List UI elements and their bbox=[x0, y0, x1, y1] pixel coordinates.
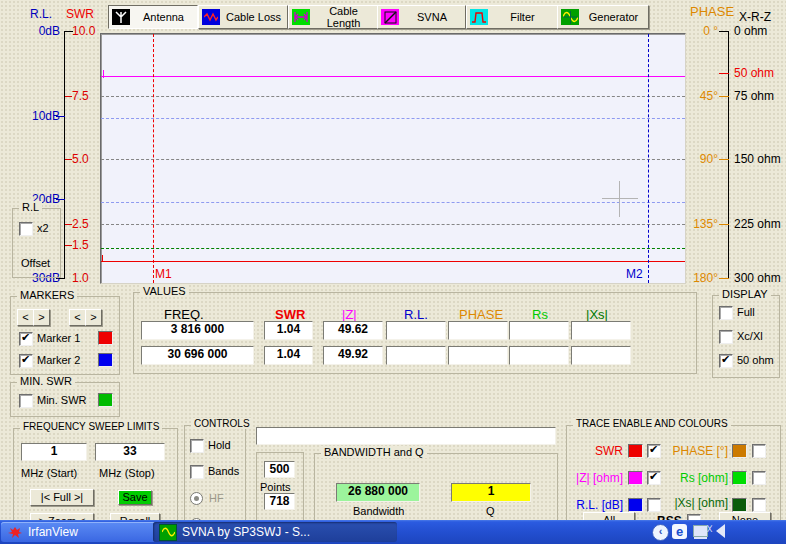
trace-swr-checkbox[interactable] bbox=[647, 444, 661, 458]
bandwidth-value[interactable]: 26 880 000 bbox=[336, 483, 420, 502]
m2-freq-value[interactable]: 30 696 000 bbox=[141, 346, 254, 365]
chart-plot-area[interactable]: M1 M2 bbox=[100, 33, 686, 284]
bands-checkbox[interactable] bbox=[190, 465, 204, 479]
message-input[interactable] bbox=[256, 427, 556, 445]
phase-tick-135: 135° bbox=[690, 217, 718, 231]
gridline-rl-20db bbox=[101, 202, 685, 203]
q-value[interactable]: 1 bbox=[451, 483, 531, 502]
xrz-axis-title: X-R-Z bbox=[739, 10, 771, 24]
controls-panel-title: CONTROLS bbox=[191, 418, 253, 429]
marker1-color-swatch[interactable] bbox=[98, 331, 113, 345]
col-header-freq: FREQ. bbox=[164, 307, 204, 322]
tray-collapse-chevron-icon[interactable]: ‹ bbox=[652, 524, 669, 541]
display-full-checkbox[interactable] bbox=[719, 306, 733, 320]
stop-freq-input[interactable]: 33 bbox=[95, 443, 165, 461]
right-axis-tick bbox=[719, 31, 729, 32]
min-swr-panel-title: MIN. SWR bbox=[17, 375, 75, 387]
marker2-checkbox[interactable] bbox=[19, 354, 33, 368]
hf-radio[interactable] bbox=[190, 492, 203, 505]
marker2-checkbox-label: Marker 2 bbox=[37, 354, 80, 366]
swr-tick-mark bbox=[65, 245, 72, 246]
taskbar-irfanview-button[interactable]: IrfanView bbox=[1, 522, 161, 542]
trace-rs-label: Rs [ohm] bbox=[670, 471, 728, 485]
trace-z-checkbox[interactable] bbox=[647, 471, 661, 485]
z-trace-start-blip bbox=[103, 70, 104, 78]
m2-swr-value[interactable]: 1.04 bbox=[264, 346, 313, 365]
save-button[interactable]: Save bbox=[118, 490, 152, 505]
trace-swr-label: SWR bbox=[577, 444, 623, 458]
gridline-swr-7-5 bbox=[101, 96, 685, 97]
trace-xs-swatch[interactable] bbox=[732, 498, 747, 512]
trace-phase-checkbox[interactable] bbox=[752, 444, 766, 458]
marker2-next-button[interactable]: > bbox=[85, 309, 102, 326]
m1-phase-value[interactable] bbox=[448, 321, 508, 340]
tray-signal-waves-icon[interactable]: ᳵ bbox=[707, 522, 712, 535]
generator-button-label: Generator bbox=[579, 11, 648, 23]
trace-xs-label: |Xs| [ohm] bbox=[665, 496, 728, 510]
swr-axis-title: SWR bbox=[66, 7, 94, 21]
m2-z-value[interactable]: 49.92 bbox=[323, 346, 383, 365]
display-xcxl-checkbox[interactable] bbox=[719, 330, 733, 344]
marker1-checkbox-label: Marker 1 bbox=[37, 332, 80, 344]
m1-z-value[interactable]: 49.62 bbox=[323, 321, 383, 340]
m1-rs-value[interactable] bbox=[509, 321, 569, 340]
crosshair-cursor bbox=[619, 181, 620, 217]
trace-rs-swatch[interactable] bbox=[732, 471, 747, 485]
m1-freq-value[interactable]: 3 816 000 bbox=[141, 321, 254, 340]
display-50ohm-checkbox[interactable] bbox=[719, 354, 733, 368]
offset-label[interactable]: Offset bbox=[21, 257, 50, 269]
cable-length-button[interactable]: Cable Length bbox=[288, 5, 378, 29]
min-swr-color-swatch[interactable] bbox=[98, 393, 113, 407]
m1-rl-value[interactable] bbox=[386, 321, 446, 340]
bands-label: Bands bbox=[208, 465, 239, 477]
marker2-prev-button[interactable]: < bbox=[69, 309, 86, 326]
m2-rs-value[interactable] bbox=[509, 346, 569, 365]
gridline-rl-10db bbox=[101, 118, 685, 119]
filter-button-label: Filter bbox=[488, 11, 557, 23]
marker1-prev-button[interactable]: < bbox=[17, 309, 34, 326]
full-range-button[interactable]: |< Full >| bbox=[30, 489, 94, 506]
hold-checkbox[interactable] bbox=[190, 439, 204, 453]
trace-rl-checkbox[interactable] bbox=[647, 498, 661, 512]
points-top-input[interactable]: 500 bbox=[264, 461, 295, 478]
marker2-line[interactable] bbox=[648, 34, 649, 283]
antenna-button[interactable]: Antenna bbox=[108, 5, 198, 29]
antenna-icon bbox=[112, 9, 130, 25]
marker1-line[interactable] bbox=[153, 34, 154, 283]
cable-length-icon bbox=[292, 9, 310, 25]
marker2-color-swatch[interactable] bbox=[98, 353, 113, 367]
phase-tick-0: 0 ° bbox=[690, 24, 718, 38]
points-bottom-input[interactable]: 718 bbox=[264, 493, 295, 510]
display-full-label: Full bbox=[737, 306, 755, 318]
trace-rs-checkbox[interactable] bbox=[752, 471, 766, 485]
start-freq-input[interactable]: 1 bbox=[21, 443, 87, 461]
filter-button[interactable]: Filter bbox=[466, 5, 558, 29]
trace-rl-swatch[interactable] bbox=[628, 498, 643, 512]
m2-phase-value[interactable] bbox=[448, 346, 508, 365]
cable-loss-button[interactable]: Cable Loss bbox=[198, 5, 288, 29]
min-swr-checkbox[interactable] bbox=[19, 394, 33, 408]
tray-e-icon[interactable]: e bbox=[672, 524, 687, 539]
x2-checkbox[interactable] bbox=[19, 222, 33, 236]
trace-xs-checkbox[interactable] bbox=[752, 498, 766, 512]
tray-display-icon[interactable] bbox=[693, 525, 708, 537]
m2-xs-value[interactable] bbox=[571, 346, 631, 365]
cable-loss-icon bbox=[202, 9, 220, 25]
m2-rl-value[interactable] bbox=[386, 346, 446, 365]
tray-volume-icon[interactable] bbox=[716, 524, 725, 538]
q-label: Q bbox=[486, 505, 495, 517]
trace-phase-swatch[interactable] bbox=[732, 444, 747, 458]
trace-z-swatch[interactable] bbox=[628, 471, 643, 485]
min-swr-label: Min. SWR bbox=[37, 394, 87, 406]
taskbar-svna-button[interactable]: SVNA by SP3SWJ - S... bbox=[153, 522, 397, 542]
trace-swr-swatch[interactable] bbox=[628, 444, 643, 458]
marker1-next-button[interactable]: > bbox=[33, 309, 50, 326]
windows-taskbar: IrfanView SVNA by SP3SWJ - S... ‹ e ᳵ bbox=[0, 520, 786, 544]
m1-swr-value[interactable]: 1.04 bbox=[264, 321, 313, 340]
min-swr-panel: MIN. SWR Min. SWR bbox=[10, 382, 120, 417]
svna-button[interactable]: SVNA bbox=[377, 5, 466, 29]
marker1-checkbox[interactable] bbox=[19, 332, 33, 346]
col-header-phase: PHASE bbox=[459, 307, 503, 322]
generator-button[interactable]: Generator bbox=[557, 5, 649, 29]
m1-xs-value[interactable] bbox=[571, 321, 631, 340]
